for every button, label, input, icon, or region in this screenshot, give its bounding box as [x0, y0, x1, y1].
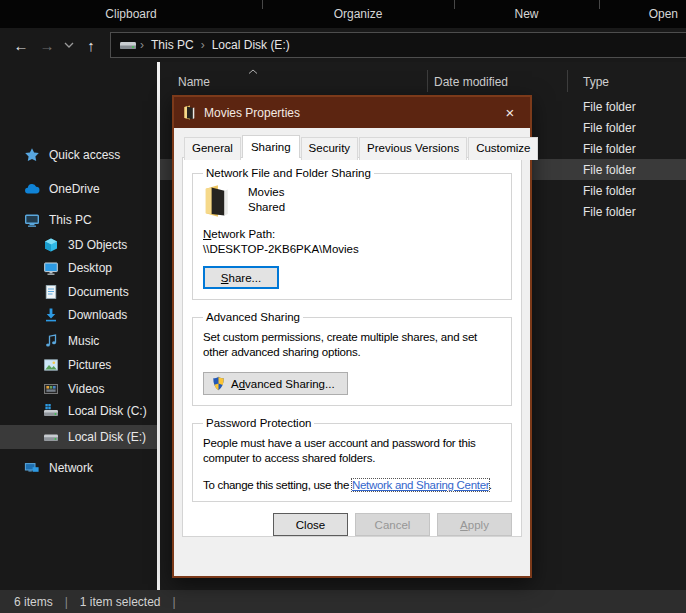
- address-bar[interactable]: ›This PC›Local Disk (E:): [110, 32, 686, 58]
- drive-icon: [119, 39, 137, 52]
- sidebar-item-label: 3D Objects: [68, 238, 127, 252]
- shared-folder-icon: [203, 184, 231, 218]
- history-dropdown-icon[interactable]: [60, 42, 78, 48]
- ribbon-group-label: Open: [649, 7, 678, 21]
- breadcrumb-segment[interactable]: This PC: [144, 38, 201, 52]
- password-protection-change-line: To change this setting, use the Network …: [203, 479, 501, 491]
- tab-general[interactable]: General: [184, 137, 241, 160]
- sort-ascending-icon: [248, 63, 258, 77]
- dialog-title: Movies Properties: [204, 106, 490, 120]
- sidebar-item-label: Downloads: [68, 308, 127, 322]
- sidebar-item-onedrive[interactable]: OneDrive: [0, 177, 157, 201]
- tab-customize[interactable]: Customize: [468, 137, 538, 160]
- sidebar-item-label: Pictures: [68, 358, 111, 372]
- password-protection-description: People must have a user account and pass…: [203, 436, 501, 466]
- column-header-type[interactable]: Type: [583, 75, 609, 89]
- documents-icon: [43, 284, 59, 300]
- ribbon-group-label: Clipboard: [105, 7, 156, 21]
- apply-button[interactable]: Apply: [437, 513, 512, 536]
- advanced-sharing-button[interactable]: Advanced Sharing...: [203, 372, 348, 395]
- network-sharing-legend: Network File and Folder Sharing: [203, 167, 374, 179]
- network-sharing-center-link[interactable]: Network and Sharing Center: [352, 479, 489, 491]
- sidebar-item-downloads[interactable]: Downloads: [0, 303, 157, 327]
- folder-icon: [183, 105, 196, 120]
- disk-os-icon: [43, 403, 59, 419]
- sidebar-item-documents[interactable]: Documents: [0, 280, 157, 304]
- password-protection-group: Password Protection People must have a u…: [192, 417, 512, 502]
- sidebar-item-pictures[interactable]: Pictures: [0, 353, 157, 377]
- pictures-icon: [43, 357, 59, 373]
- ribbon-group-organize: Organize: [262, 0, 454, 28]
- tab-sharing[interactable]: Sharing: [242, 135, 300, 158]
- sidebar-item-label: OneDrive: [49, 182, 100, 196]
- ribbon-group-separator: [599, 0, 600, 9]
- dialog-tabs: GeneralSharingSecurityPrevious VersionsC…: [182, 135, 522, 158]
- close-button[interactable]: Close: [273, 513, 348, 536]
- ribbon-group-label: New: [514, 7, 538, 21]
- dialog-title-bar[interactable]: Movies Properties ×: [174, 97, 530, 128]
- sharing-tab-panel: Network File and Folder Sharing Movies S…: [182, 157, 522, 537]
- items-count: 6 items: [14, 595, 53, 609]
- ribbon-group-separator: [454, 0, 455, 9]
- password-protection-legend: Password Protection: [203, 417, 314, 429]
- ribbon-group-open: Open: [599, 0, 686, 28]
- desktop-icon: [43, 260, 59, 276]
- advanced-sharing-button-label: Advanced Sharing...: [231, 378, 335, 390]
- advanced-sharing-description: Set custom permissions, create multiple …: [203, 330, 501, 360]
- shared-folder-name: Movies: [248, 185, 285, 200]
- sidebar-item-label: Network: [49, 461, 93, 475]
- ribbon-group-separator: [262, 0, 263, 9]
- type-cell: File folder: [583, 205, 636, 219]
- ribbon-bar: ClipboardOrganizeNewOpen: [0, 0, 686, 28]
- advanced-sharing-group: Advanced Sharing Set custom permissions,…: [192, 311, 512, 406]
- column-separator[interactable]: [427, 70, 428, 92]
- column-headers: Name Date modified Type: [160, 62, 686, 96]
- type-cell: File folder: [583, 163, 636, 177]
- column-header-name[interactable]: Name: [178, 75, 210, 89]
- type-cell: File folder: [583, 184, 636, 198]
- sidebar-item-local-disk-e[interactable]: Local Disk (E:): [0, 425, 157, 449]
- column-separator[interactable]: [567, 70, 568, 92]
- onedrive-icon: [24, 181, 40, 197]
- sidebar-item-desktop[interactable]: Desktop: [0, 256, 157, 280]
- shared-folder-status: Shared: [248, 200, 285, 215]
- objects3d-icon: [43, 237, 59, 253]
- up-button[interactable]: ↑: [78, 37, 104, 54]
- sidebar-item-music[interactable]: Music: [0, 329, 157, 353]
- sidebar-item-label: Desktop: [68, 261, 112, 275]
- sidebar-item-local-disk-c[interactable]: Local Disk (C:): [0, 399, 157, 423]
- sidebar-item-network[interactable]: Network: [0, 456, 157, 480]
- type-cell: File folder: [583, 121, 636, 135]
- quick-access-icon: [24, 147, 40, 163]
- advanced-sharing-legend: Advanced Sharing: [203, 311, 303, 323]
- sidebar-item-3d-objects[interactable]: 3D Objects: [0, 233, 157, 257]
- forward-button[interactable]: →: [34, 37, 60, 54]
- tab-security[interactable]: Security: [301, 137, 359, 160]
- network-sharing-group: Network File and Folder Sharing Movies S…: [192, 167, 512, 300]
- videos-icon: [43, 381, 59, 397]
- sidebar-item-label: This PC: [49, 213, 92, 227]
- share-button[interactable]: Share...: [203, 266, 279, 289]
- sidebar-item-label: Music: [68, 334, 99, 348]
- back-button[interactable]: ←: [8, 37, 34, 54]
- type-cell: File folder: [583, 100, 636, 114]
- movies-properties-dialog: Movies Properties × GeneralSharingSecuri…: [172, 95, 532, 578]
- tab-previous-versions[interactable]: Previous Versions: [359, 137, 467, 160]
- sidebar-item-this-pc[interactable]: This PC: [0, 208, 157, 232]
- network-path-label: Network Path:: [203, 228, 501, 240]
- dialog-button-row: Close Cancel Apply: [192, 513, 512, 536]
- disk-icon: [43, 429, 59, 445]
- cancel-button[interactable]: Cancel: [355, 513, 430, 536]
- close-icon[interactable]: ×: [490, 97, 530, 128]
- sidebar-item-quick-access[interactable]: Quick access: [0, 143, 157, 167]
- sidebar-item-label: Quick access: [49, 148, 120, 162]
- network-icon: [24, 460, 40, 476]
- breadcrumb-segment[interactable]: Local Disk (E:): [205, 38, 297, 52]
- column-header-date-modified[interactable]: Date modified: [434, 75, 508, 89]
- uac-shield-icon: [211, 376, 226, 391]
- status-separator: |: [173, 595, 176, 609]
- sidebar-item-videos[interactable]: Videos: [0, 377, 157, 401]
- sidebar-item-label: Videos: [68, 382, 104, 396]
- sidebar-item-label: Local Disk (E:): [68, 430, 146, 444]
- ribbon-group-clipboard: Clipboard: [0, 0, 262, 28]
